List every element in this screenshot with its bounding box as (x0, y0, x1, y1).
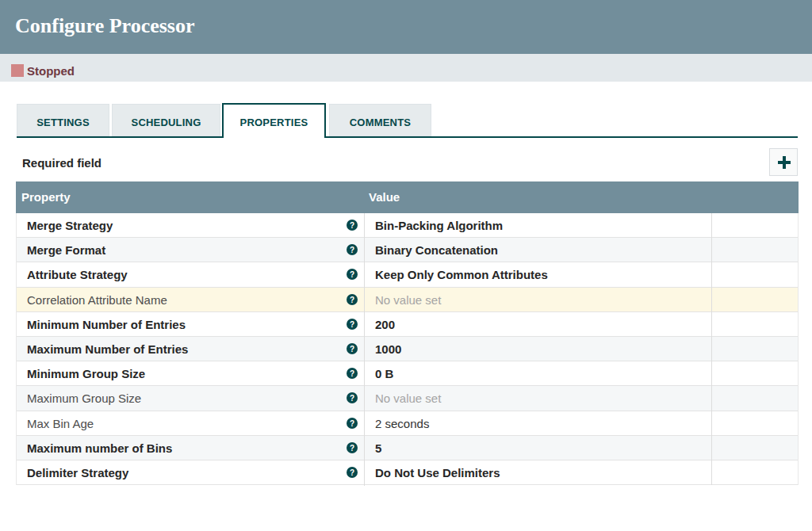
svg-text:?: ? (350, 468, 354, 476)
svg-text:?: ? (350, 443, 354, 452)
svg-text:?: ? (350, 319, 354, 328)
svg-text:?: ? (350, 221, 354, 230)
svg-text:?: ? (350, 246, 354, 254)
svg-text:?: ? (350, 295, 354, 304)
svg-text:?: ? (350, 394, 354, 403)
svg-text:?: ? (350, 345, 354, 353)
svg-text:?: ? (350, 418, 354, 427)
svg-text:?: ? (350, 270, 354, 279)
svg-text:?: ? (350, 369, 354, 378)
